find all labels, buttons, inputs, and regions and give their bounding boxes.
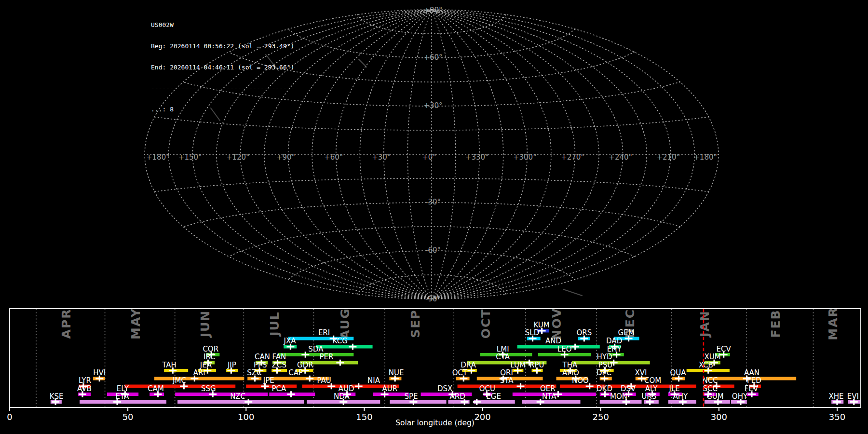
shower-code-label: PCA <box>272 384 287 393</box>
shower-code-label: PSU <box>598 361 613 369</box>
shower-JXA: JXA <box>283 337 297 350</box>
shower-CAM: CAM <box>148 384 164 397</box>
shower-code-label: DAD <box>606 337 622 345</box>
shower-code-label: ETA <box>115 392 129 401</box>
shower-code-label: XHE <box>828 392 843 401</box>
meteor-trail <box>359 59 366 67</box>
shower-NUE: NUE <box>389 368 404 381</box>
shower-code-label: NZC <box>230 392 245 401</box>
shower-EGE: EGE <box>473 392 515 405</box>
longitude-label: +270° <box>561 153 584 162</box>
shower-code-label: NOO <box>572 376 589 385</box>
x-axis-tick-label: 0 <box>7 412 12 422</box>
station-id: US002W <box>151 22 294 29</box>
shower-code-label: DPC <box>597 368 611 377</box>
month-label: SEP <box>408 309 422 338</box>
shower-code-label: NTA <box>542 392 556 401</box>
shower-code-label: SLD <box>525 328 539 337</box>
shower-code-label: NCC <box>703 376 718 385</box>
shower-code-label: THA <box>562 361 578 369</box>
shower-code-label: JIP <box>227 361 236 369</box>
shower-GUM: GUM <box>705 392 730 405</box>
shower-code-label: SSG <box>201 384 216 393</box>
activity-bar <box>373 393 409 396</box>
peak-marker <box>355 383 363 389</box>
latitude-label: -60° <box>425 246 441 255</box>
sky-and-activity-plot: +180°+150°+120°+90°+60°+30°+0°+330°+300°… <box>0 0 868 434</box>
x-axis-tick-label: 200 <box>474 412 490 422</box>
x-axis-tick-label: 150 <box>356 412 372 422</box>
longitude-label: +240° <box>609 153 632 162</box>
shower-code-label: XUM <box>704 353 720 361</box>
shower-OCT: OCT <box>452 368 470 381</box>
shower-AHY: AHY <box>668 392 696 405</box>
latitude-label: -90° <box>425 295 441 303</box>
x-axis-tick-label: 300 <box>711 412 727 422</box>
shower-code-label: ARI <box>193 368 205 377</box>
shower-code-label: CAN <box>255 353 270 361</box>
shower-code-label: LYR <box>79 376 91 385</box>
shower-code-label: SDA <box>308 345 324 353</box>
shower-code-label: PAU <box>317 376 331 385</box>
month-label: JUL <box>268 311 282 337</box>
month-label: AUG <box>338 308 352 339</box>
shower-code-label: EGE <box>486 392 501 401</box>
shower-RPU: RPU <box>529 361 544 374</box>
shower-code-label: HYD <box>597 353 612 361</box>
shower-EVI: EVI <box>847 392 860 405</box>
x-axis-tick-label: 50 <box>122 412 134 422</box>
shower-code-label: IRC <box>203 353 216 361</box>
shower-TAH: TAH <box>162 361 188 374</box>
shower-code-label: AND <box>545 337 561 345</box>
shower-code-label: PPS <box>254 361 267 369</box>
x-axis-title: Solar longitude (deg) <box>395 419 475 427</box>
meteor-trail <box>563 289 582 296</box>
peak-marker <box>349 344 356 350</box>
shower-code-label: MON <box>610 392 627 401</box>
shower-code-label: LMI <box>497 345 509 353</box>
shower-code-label: STA <box>500 376 514 385</box>
shower-code-label: RPU <box>529 361 544 369</box>
begin-time: Beg: 20260114 00:56:22 (sol = 293.49°) <box>151 43 294 50</box>
observation-info-panel: US002W Beg: 20260114 00:56:22 (sol = 293… <box>151 8 294 127</box>
shower-code-label: TAH <box>162 361 176 369</box>
shower-code-label: KSE <box>50 392 64 401</box>
shower-code-label: NUE <box>389 368 404 377</box>
shower-code-label: KCG <box>333 337 348 345</box>
shower-code-label: JXA <box>283 337 296 345</box>
activity-bar <box>154 377 244 380</box>
shower-code-label: FAN <box>272 353 286 361</box>
peak-marker <box>571 344 579 350</box>
shower-code-label: QUA <box>670 368 686 377</box>
shower-code-label: HVI <box>93 368 106 377</box>
longitude-label: +330° <box>465 153 489 162</box>
shower-code-label: NDA <box>334 392 350 401</box>
shower-code-label: COM <box>644 376 661 385</box>
shower-KSE: KSE <box>50 392 64 405</box>
shower-code-label: AHY <box>673 392 689 401</box>
latitude-label: +60° <box>423 53 442 62</box>
shower-code-label: XCB <box>699 361 713 369</box>
shower-DPC: DPC <box>597 368 612 381</box>
graticule-parallel <box>357 275 506 294</box>
latitude-label: -30° <box>425 198 441 206</box>
shower-code-label: SZC <box>247 368 261 377</box>
longitude-label: +300° <box>513 153 537 162</box>
graticule-parallel <box>357 14 506 34</box>
shower-code-label: GDR <box>297 361 313 369</box>
shower-NDA: NDA <box>307 392 380 405</box>
shower-code-label: OHY <box>732 392 748 401</box>
longitude-label: +120° <box>226 153 250 162</box>
shower-code-label: DRA <box>461 361 476 369</box>
longitude-label: +180° <box>693 153 717 162</box>
end-time: End: 20260114 04:46:11 (sol = 293.66°) <box>151 64 294 71</box>
shower-code-label: EHY <box>607 345 622 353</box>
activity-bar <box>278 353 353 356</box>
shower-code-label: EVI <box>847 392 859 401</box>
meteor-observation-screen: +180°+150°+120°+90°+60°+30°+0°+330°+300°… <box>0 0 868 434</box>
shower-activity-timeline: APRMAYJUNJULAUGSEPOCTNOVDECJANFEBMARKUME… <box>7 307 861 422</box>
activity-bar <box>522 400 580 404</box>
shower-code-label: SPE <box>404 392 418 401</box>
separator-line: -------------------------------------- <box>151 85 294 93</box>
month-label: JUN <box>198 310 212 339</box>
